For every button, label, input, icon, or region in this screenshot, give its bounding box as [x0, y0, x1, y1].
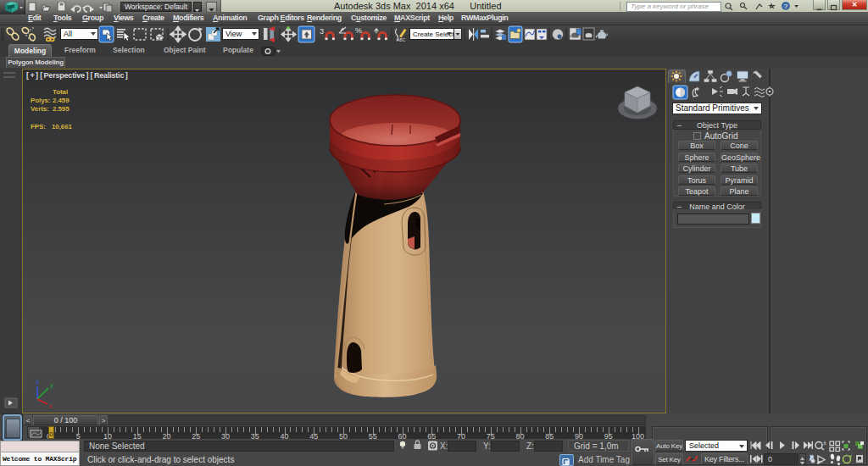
- svg-text:3: 3: [320, 27, 324, 36]
- svg-text:x: x: [49, 402, 53, 410]
- svg-text:ABC: ABC: [397, 37, 406, 42]
- svg-text:?: ?: [784, 3, 788, 10]
- svg-text:%: %: [355, 26, 362, 35]
- svg-text:z: z: [36, 378, 39, 386]
- svg-text:y: y: [50, 381, 53, 389]
- svg-text:±: ±: [823, 440, 826, 446]
